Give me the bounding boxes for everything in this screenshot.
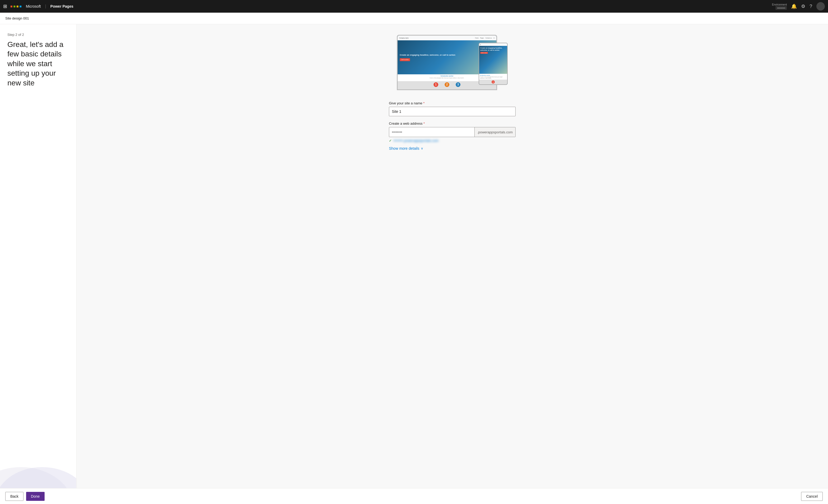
avatar[interactable] xyxy=(816,2,825,10)
preview-company-name: Company name xyxy=(399,37,409,39)
form-container: Give your site a name * Create a web add… xyxy=(389,101,515,150)
topnav: ⊞ ■ ■ ■ ■ Microsoft | Power Pages Enviro… xyxy=(0,0,828,13)
environment-selector[interactable]: Environment •••••••• xyxy=(772,3,787,10)
web-address-suffix: .powerappsportals.com xyxy=(474,127,515,137)
microsoft-label: Microsoft xyxy=(26,4,41,8)
help-icon[interactable]: ? xyxy=(810,4,812,9)
sidebar: Step 2 of 2 Great, let's add a few basic… xyxy=(0,24,77,488)
required-star: * xyxy=(423,101,424,105)
web-address-required-star: * xyxy=(423,122,425,126)
breadcrumb: Site design 001 xyxy=(0,13,828,24)
site-name-input[interactable] xyxy=(389,107,515,116)
mobile-step-badge-1: 1 xyxy=(492,80,495,84)
notification-icon[interactable]: 🔔 xyxy=(791,3,797,9)
waffle-icon[interactable]: ⊞ xyxy=(3,3,7,9)
step-badge-2: 2 xyxy=(445,82,449,87)
svg-point-1 xyxy=(0,467,77,488)
web-address-label: Create a web address * xyxy=(389,122,515,126)
step-indicator: Step 2 of 2 xyxy=(7,33,69,37)
web-address-field: .powerappsportals.com xyxy=(389,127,515,137)
wave-decoration xyxy=(0,430,77,488)
app-name-label: Power Pages xyxy=(50,4,73,8)
check-icon: ✓ xyxy=(389,139,392,143)
environment-label: Environment xyxy=(772,3,787,6)
validation-row: ✓ ••••••••.powerappsportals.com xyxy=(389,139,515,143)
content-area: Company name Home Pages Contact us ••• C… xyxy=(77,24,828,488)
mobile-preview: ☰ Create an engaging headline, welcome, … xyxy=(479,43,508,85)
environment-name: •••••••• xyxy=(776,6,787,10)
site-preview: Company name Home Pages Contact us ••• C… xyxy=(397,35,508,93)
done-button[interactable]: Done xyxy=(26,492,44,501)
step-badge-3: 3 xyxy=(456,82,460,87)
step-badge-1: 1 xyxy=(433,82,438,87)
show-more-label: Show more details xyxy=(389,146,419,150)
footer: Back Done Cancel xyxy=(0,488,828,504)
back-button[interactable]: Back xyxy=(5,492,24,501)
main-layout: Step 2 of 2 Great, let's add a few basic… xyxy=(0,24,828,488)
microsoft-logo: ■ ■ ■ ■ xyxy=(10,4,22,8)
svg-point-0 xyxy=(0,467,74,488)
validation-url[interactable]: ••••••••.powerappsportals.com xyxy=(394,139,439,143)
settings-icon[interactable]: ⚙ xyxy=(801,3,805,9)
chevron-down-icon: ∨ xyxy=(421,146,423,150)
breadcrumb-text: Site design 001 xyxy=(5,16,29,20)
show-more-details-button[interactable]: Show more details ∨ xyxy=(389,146,515,150)
site-name-label: Give your site a name * xyxy=(389,101,515,105)
web-address-input[interactable] xyxy=(389,127,474,137)
cancel-button[interactable]: Cancel xyxy=(801,492,823,501)
sidebar-title: Great, let's add a few basic details whi… xyxy=(7,40,69,88)
